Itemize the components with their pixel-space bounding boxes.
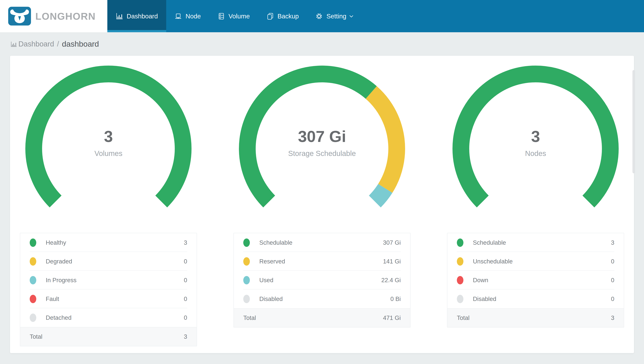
legend-color-dot (243, 257, 250, 266)
tab-label: Volume (228, 12, 250, 20)
legend-label: Degraded (46, 258, 184, 265)
legend-total-label: Total (30, 333, 184, 340)
legend-label: Fault (46, 296, 184, 302)
legend-total-value: 3 (184, 333, 187, 340)
legend-value: 307 Gi (383, 239, 401, 246)
legend-value: 0 (184, 277, 187, 284)
legend-value: 3 (184, 239, 187, 246)
legend-row: Fault0 (20, 290, 197, 308)
legend-label: Unschedulable (473, 258, 611, 265)
legend-color-dot (457, 295, 464, 303)
breadcrumb-root-link[interactable]: Dashboard (18, 40, 54, 48)
volumes-panel: 3 Volumes Healthy3Degraded0In Progress0F… (20, 65, 197, 346)
chevron-down-icon (349, 14, 354, 19)
gauge-segment-used (375, 188, 385, 202)
legend-row: Healthy3 (20, 233, 197, 252)
legend-row: Detached0 (20, 308, 197, 327)
legend-color-dot (457, 238, 464, 247)
tab-label: Node (186, 12, 201, 20)
legend-color-dot (30, 238, 36, 247)
nodes-panel: 3 Nodes Schedulable3Unschedulable0Down0D… (447, 65, 624, 346)
legend-color-dot (30, 276, 36, 284)
legend-total-row: Total3 (20, 327, 197, 346)
legend-value: 0 (184, 258, 187, 265)
legend-color-dot (243, 295, 250, 303)
server-icon (218, 12, 225, 20)
legend-row: Down0 (447, 271, 624, 290)
storage-panel: 307 Gi Storage Schedulable Schedulable30… (234, 65, 410, 346)
volumes-legend-table: Healthy3Degraded0In Progress0Fault0Detac… (20, 233, 197, 346)
legend-label: Disabled (473, 296, 611, 302)
legend-row: Disabled0 (447, 290, 624, 308)
legend-total-row: Total471 Gi (234, 308, 410, 327)
tab-node[interactable]: Node (166, 0, 209, 32)
legend-value: 0 (184, 296, 187, 302)
legend-total-label: Total (243, 314, 383, 321)
legend-row: Degraded0 (20, 252, 197, 271)
volumes-gauge: 3 Volumes (23, 65, 194, 211)
legend-row: Used22.4 Gi (234, 271, 410, 290)
vertical-scrollbar-thumb[interactable] (632, 70, 635, 173)
breadcrumb: Dashboard / dashboard (0, 32, 644, 48)
legend-value: 141 Gi (383, 258, 401, 265)
gauge-center-label: Storage Schedulable (236, 150, 408, 158)
legend-value: 0 (611, 277, 614, 284)
tab-label: Setting (326, 12, 346, 20)
legend-label: Schedulable (259, 239, 383, 246)
legend-value: 0 (184, 314, 187, 321)
gauge-center: 3 Nodes (450, 127, 621, 158)
legend-total-value: 471 Gi (383, 314, 401, 321)
gauge-center-value: 3 (23, 127, 194, 146)
breadcrumb-separator: / (57, 40, 59, 48)
legend-value: 0 (611, 296, 614, 302)
legend-total-row: Total3 (447, 308, 624, 327)
tab-label: Dashboard (127, 12, 158, 20)
legend-color-dot (243, 276, 250, 284)
legend-value: 3 (611, 239, 614, 246)
tab-dashboard[interactable]: Dashboard (107, 0, 166, 32)
legend-label: In Progress (46, 277, 184, 284)
gauge-center-value: 3 (450, 127, 621, 146)
legend-color-dot (30, 257, 36, 266)
legend-value: 0 (611, 258, 614, 265)
gauge-center-value: 307 Gi (236, 127, 408, 146)
gauge-center: 307 Gi Storage Schedulable (236, 127, 408, 158)
charts-row: 3 Volumes Healthy3Degraded0In Progress0F… (20, 65, 624, 346)
legend-value: 0 Bi (390, 296, 401, 302)
gauge-center: 3 Volumes (23, 127, 194, 158)
legend-label: Reserved (259, 258, 383, 265)
top-navbar: LONGHORN Dashboard (0, 0, 644, 32)
legend-value: 22.4 Gi (382, 277, 401, 284)
longhorn-bull-icon (8, 7, 31, 26)
legend-total-label: Total (457, 314, 611, 321)
legend-color-dot (457, 276, 464, 284)
legend-total-value: 3 (611, 314, 614, 321)
legend-label: Disabled (259, 296, 390, 302)
tab-setting[interactable]: Setting (307, 0, 362, 32)
breadcrumb-current: dashboard (62, 40, 99, 48)
gauge-center-label: Volumes (23, 150, 194, 158)
storage-gauge: 307 Gi Storage Schedulable (236, 65, 408, 211)
legend-color-dot (30, 295, 36, 303)
tab-volume[interactable]: Volume (209, 0, 258, 32)
tab-backup[interactable]: Backup (258, 0, 307, 32)
main-nav: Dashboard Node (107, 0, 362, 32)
legend-label: Healthy (46, 239, 184, 246)
copy-icon (266, 12, 274, 20)
bar-chart-icon (116, 12, 123, 20)
nodes-legend-table: Schedulable3Unschedulable0Down0Disabled0… (447, 233, 624, 328)
legend-row: Reserved141 Gi (234, 252, 410, 271)
legend-color-dot (243, 238, 250, 247)
legend-label: Down (473, 277, 611, 284)
legend-row: Schedulable307 Gi (234, 233, 410, 252)
nodes-gauge: 3 Nodes (450, 65, 621, 211)
brand-logo[interactable]: LONGHORN (0, 0, 107, 32)
legend-row: Disabled0 Bi (234, 290, 410, 308)
legend-color-dot (457, 257, 464, 266)
legend-row: Schedulable3 (447, 233, 624, 252)
legend-color-dot (30, 314, 36, 322)
gear-icon (316, 12, 323, 20)
tab-label: Backup (278, 12, 299, 20)
legend-label: Detached (46, 314, 184, 321)
legend-row: In Progress0 (20, 271, 197, 290)
